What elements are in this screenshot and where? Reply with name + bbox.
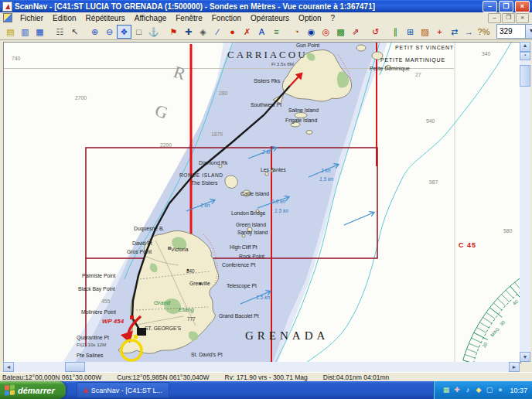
waypoint-button[interactable]: ◈ xyxy=(196,25,210,39)
move-icon: ✚ xyxy=(185,27,192,36)
minimap-button[interactable]: ▩ xyxy=(333,25,348,39)
vertical-scrollbar[interactable]: ▲ ▪ ▼ xyxy=(520,42,530,362)
charts-table-button[interactable]: ⊞ xyxy=(403,25,418,39)
status-field-3: Dist:04.01nm 04:01mn xyxy=(323,373,390,381)
route-button[interactable]: ⚑ xyxy=(166,25,181,39)
help-scale-button[interactable]: ?% xyxy=(476,25,491,39)
save-button[interactable]: ▦ xyxy=(32,25,47,39)
vertical-scroll-thumb[interactable] xyxy=(520,65,530,87)
menu-edition[interactable]: Edition xyxy=(48,13,81,23)
chart-label-victoria: Victoria xyxy=(171,247,189,252)
chart-label-southwest-pt: Southwest Pt xyxy=(251,102,281,107)
marks-button[interactable]: ● xyxy=(225,25,240,39)
status-field-1: Curs:12°05,985N 061°30,040W xyxy=(117,373,209,381)
scale-combo[interactable]: 329 ▾ xyxy=(496,24,532,39)
menu-fonction[interactable]: Fonction xyxy=(207,13,246,23)
zoom-in-button[interactable]: ⊕ xyxy=(87,25,102,39)
scroll-down-button[interactable]: ▼ xyxy=(520,352,530,362)
tray-alert-icon[interactable]: ✚ xyxy=(452,386,461,394)
menu-item[interactable]: ? xyxy=(326,13,340,23)
scannav-task-icon xyxy=(84,387,88,393)
toolbar-group: ⚑✚◈∕●✗A≡ xyxy=(166,25,284,39)
goto-button[interactable]: + xyxy=(432,25,447,39)
chart-label-340: 340 xyxy=(482,51,491,56)
menu-r-p-titeurs[interactable]: Répétiteurs xyxy=(81,13,130,23)
new-chart-button[interactable]: ▤ xyxy=(3,25,18,39)
chart-label-les-tantes: Les Tantes xyxy=(261,167,286,172)
transfer-button[interactable]: ⇄ xyxy=(447,25,462,39)
tray-app-icon[interactable]: ● xyxy=(496,386,504,394)
tray-gps-icon[interactable]: ◆ xyxy=(474,386,483,394)
taskbar-task-scannav[interactable]: ScanNav - [C41:ST L... xyxy=(77,382,169,398)
wind-button[interactable]: ⇗ xyxy=(348,25,363,39)
chart-colors-button[interactable]: ▨ xyxy=(418,25,432,39)
text-button[interactable]: A xyxy=(254,25,269,39)
restore-button[interactable]: ❐ xyxy=(499,1,513,12)
target-button[interactable]: ◎ xyxy=(319,25,333,39)
chevron-down-icon[interactable]: ▾ xyxy=(525,25,532,38)
move-button[interactable]: ✚ xyxy=(181,25,196,39)
menu-affichage[interactable]: Affichage xyxy=(130,13,172,23)
horizontal-scrollbar[interactable]: ◄ ► xyxy=(3,362,520,372)
windows-logo-icon xyxy=(5,384,15,395)
chart-label-27: 27 xyxy=(415,72,421,77)
compass-button[interactable]: ◉ xyxy=(304,25,319,39)
toolbar-group: ⊕⊖❖□⚓ xyxy=(87,25,161,39)
next-chart-button[interactable]: → xyxy=(462,25,476,39)
scroll-up-button[interactable]: ▲ xyxy=(520,42,530,52)
bearing-button[interactable]: ∕ xyxy=(210,25,225,39)
waypoint-454-mark[interactable] xyxy=(130,315,134,319)
zoom-out-button[interactable]: ⊖ xyxy=(102,25,117,39)
scroll-left-button[interactable]: ◄ xyxy=(3,362,14,372)
menu-op-rateurs[interactable]: Opérateurs xyxy=(246,13,294,23)
zoom-in-icon: ⊕ xyxy=(91,27,98,36)
chart-label-high-cliff-pt: High Cliff Pt xyxy=(230,244,257,251)
chart-canvas[interactable]: RGCARRIACOUFl 3.5s 8MGun PointPETIT ST V… xyxy=(3,42,521,363)
chart-label-grenville: Grenville xyxy=(189,281,210,286)
chart-label-telescope-pt: Telescope Pt xyxy=(227,283,257,289)
layers-button[interactable]: ≡ xyxy=(269,25,284,39)
toolbar-group: ↺ xyxy=(368,25,383,39)
delete-button[interactable]: ✗ xyxy=(240,25,254,39)
chart-label-987: 987 xyxy=(429,179,438,185)
selection-button[interactable]: □ xyxy=(131,25,146,39)
pan-button[interactable]: ❖ xyxy=(117,25,131,39)
chart-label-sisters-rks: Sisters Rks xyxy=(254,78,281,84)
chart-label-the-sisters: The Sisters xyxy=(191,180,218,186)
goto-icon: + xyxy=(437,27,442,36)
center-boat-button[interactable]: ⚓ xyxy=(146,25,161,39)
start-button[interactable]: démarrer xyxy=(0,381,66,399)
minimize-button[interactable]: – xyxy=(483,1,497,12)
mdi-restore-button[interactable]: ❐ xyxy=(502,13,515,23)
scroll-split-button[interactable]: ▪ xyxy=(520,52,530,60)
menu-fen-tre[interactable]: Fenêtre xyxy=(171,13,206,23)
tray-display-icon[interactable]: ▢ xyxy=(485,386,493,394)
chart-label-petite-dominique: Petite Dominique xyxy=(370,66,410,72)
tray-network-icon[interactable]: ▦ xyxy=(442,386,450,394)
route-icon: ⚑ xyxy=(170,27,178,36)
menu-fichier[interactable]: Fichier xyxy=(15,13,48,23)
mdi-close-button[interactable]: × xyxy=(516,13,529,23)
wind-icon: ⇗ xyxy=(352,27,359,36)
chart-label-grand-bacolet-pt: Grand Bacolet Pt xyxy=(219,313,259,319)
close-button[interactable]: × xyxy=(515,1,530,12)
chart-label-frigate-island: Frigate Island xyxy=(285,118,317,124)
open-chart-button[interactable]: ▥ xyxy=(18,25,32,39)
compass-icon: ◉ xyxy=(308,27,315,36)
start-button-label: démarrer xyxy=(18,386,55,395)
scroll-right-button[interactable]: ► xyxy=(509,362,520,372)
chart-label-940: 940 xyxy=(426,118,435,124)
center-boat-icon: ⚓ xyxy=(148,27,159,36)
menu-option[interactable]: Option xyxy=(294,13,326,23)
print-button[interactable]: ☷ xyxy=(53,25,67,39)
tray-volume-icon[interactable]: ♪ xyxy=(463,386,472,394)
scannav-logo-icon xyxy=(2,2,12,12)
pointer-button[interactable]: ↖ xyxy=(67,25,82,39)
mdi-minimize-button[interactable]: – xyxy=(488,13,501,23)
open-chart-icon: ▥ xyxy=(21,27,29,36)
chart-label-1-5-kn: 1.5 kn xyxy=(256,295,270,300)
mob-button[interactable]: ↺ xyxy=(368,25,383,39)
instruments-button[interactable]: ◔ xyxy=(289,25,304,39)
tides-button[interactable]: ∥ xyxy=(388,25,403,39)
horizontal-scroll-thumb[interactable] xyxy=(65,362,85,372)
